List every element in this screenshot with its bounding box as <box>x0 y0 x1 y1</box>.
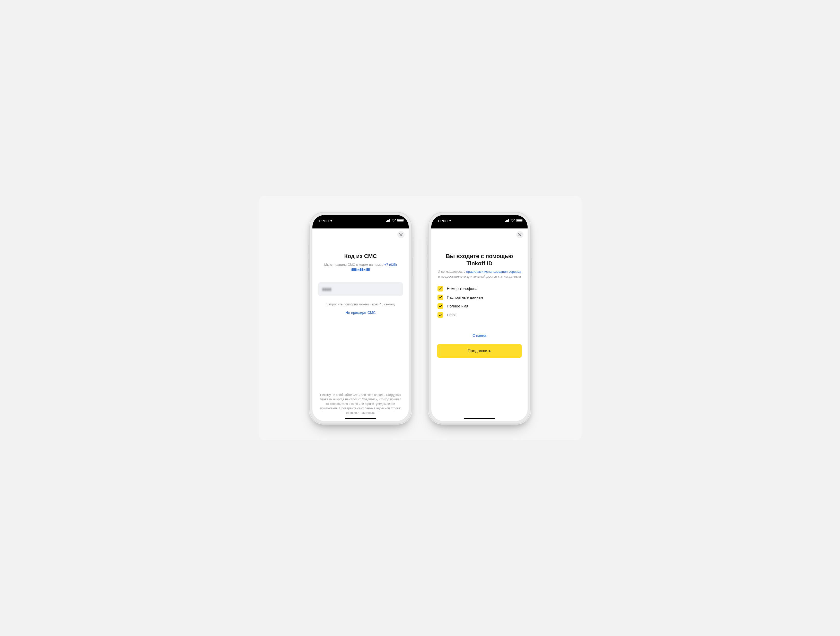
consent-content: Вы входите с помощью Tinkoff ID И соглаш… <box>431 229 527 421</box>
phone-frame-consent: 11:00 Вы входите с помощью T <box>428 211 531 425</box>
location-icon <box>330 219 333 222</box>
status-time: 11:00 <box>437 219 452 223</box>
phone-screen-consent: 11:00 Вы входите с помощью T <box>431 215 527 421</box>
check-icon <box>439 314 442 316</box>
checkbox-checked[interactable] <box>437 312 443 318</box>
consent-sub-prefix: И соглашаетесь с <box>438 270 466 273</box>
sms-no-code-link[interactable]: Не приходит СМС <box>345 311 376 315</box>
consent-item-label: Полное имя <box>447 304 468 308</box>
status-right <box>386 219 404 222</box>
consent-item-email: Email <box>437 312 521 318</box>
check-icon <box>439 305 442 308</box>
sms-subtitle: Мы отправили СМС с кодом на номер +7 (92… <box>318 262 403 272</box>
status-time-text: 11:00 <box>319 219 328 223</box>
consent-list: Номер телефона Паспортные данные Полное … <box>437 286 522 318</box>
continue-button[interactable]: Продолжить <box>437 344 522 358</box>
consent-subtitle: И соглашаетесь с правилами использования… <box>437 269 522 279</box>
consent-terms-link[interactable]: правилами использования сервиса <box>466 270 521 273</box>
check-icon <box>439 296 442 299</box>
continue-button-label: Продолжить <box>467 349 491 353</box>
cancel-link[interactable]: Отмена <box>472 333 486 338</box>
checkbox-checked[interactable] <box>437 303 443 309</box>
phone-frame-sms: 11:00 Код из СМС <box>309 211 412 425</box>
sms-code-input[interactable]: ▮▮▮▮ <box>318 282 403 296</box>
consent-title: Вы входите с помощью Tinkoff ID <box>437 253 522 267</box>
consent-sub-suffix: и предоставляете длительный доступ к эти… <box>438 275 521 278</box>
wifi-icon <box>511 219 515 222</box>
wifi-icon <box>392 219 396 222</box>
close-button[interactable] <box>397 231 404 238</box>
cellular-icon <box>505 219 509 222</box>
sms-code-value: ▮▮▮▮ <box>322 287 332 292</box>
phone-screen-sms: 11:00 Код из СМС <box>313 215 409 421</box>
consent-item-label: Паспортные данные <box>447 295 483 300</box>
sms-phone-masked[interactable]: ▮▮▮ - ▮▮ - ▮▮ <box>351 267 370 271</box>
notch <box>338 215 383 223</box>
sms-subtitle-prefix: Мы отправили СМС с кодом на номер <box>324 263 384 267</box>
consent-item-phone: Номер телефона <box>437 286 521 292</box>
home-indicator[interactable] <box>345 418 376 419</box>
battery-icon <box>397 219 404 222</box>
close-icon <box>399 233 403 236</box>
cellular-icon <box>386 219 390 222</box>
checkbox-checked[interactable] <box>437 286 443 292</box>
sms-footer-note: Никому не сообщайте СМС или свой пароль.… <box>318 393 403 416</box>
consent-item-fullname: Полное имя <box>437 303 521 309</box>
consent-item-label: Email <box>447 312 456 317</box>
location-icon <box>448 219 452 222</box>
sms-content: Код из СМС Мы отправили СМС с кодом на н… <box>313 229 409 421</box>
consent-item-passport: Паспортные данные <box>437 295 521 300</box>
close-button[interactable] <box>516 231 523 238</box>
status-time: 11:00 <box>319 219 333 223</box>
sms-phone-prefix[interactable]: +7 (925) <box>384 263 397 267</box>
notch <box>457 215 502 223</box>
status-right <box>505 219 523 222</box>
close-icon <box>518 233 521 236</box>
check-icon <box>439 287 442 290</box>
battery-icon <box>516 219 523 222</box>
consent-item-label: Номер телефона <box>447 286 477 291</box>
home-indicator[interactable] <box>464 418 495 419</box>
status-time-text: 11:00 <box>437 219 448 223</box>
checkbox-checked[interactable] <box>437 295 443 300</box>
sms-resend-hint: Запросить повторно можно через 45 секунд <box>318 302 403 306</box>
mockup-canvas: 11:00 Код из СМС <box>258 196 582 440</box>
sms-title: Код из СМС <box>318 253 403 260</box>
